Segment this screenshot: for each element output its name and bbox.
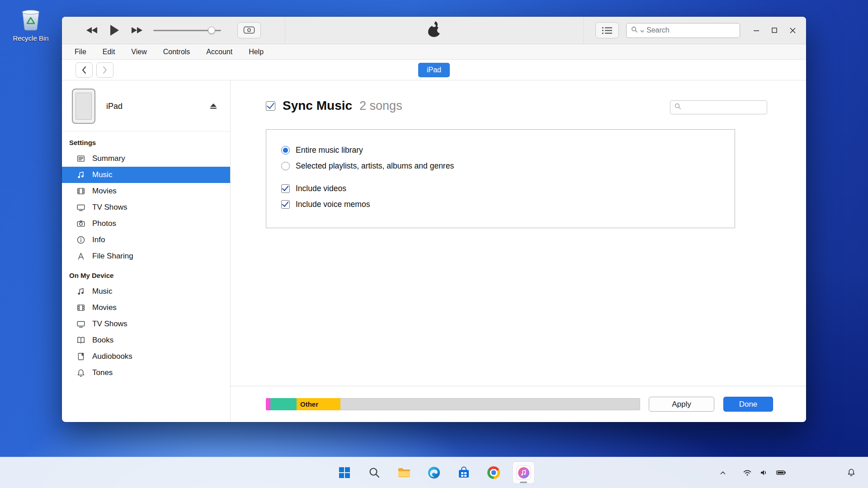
tray-chevron-up-icon[interactable] [718,468,727,477]
checkbox-include-videos[interactable] [281,184,290,193]
ipad-device-icon [72,89,95,124]
search-icon [368,467,380,479]
library-search-input[interactable] [684,103,774,111]
sidebar-item-info[interactable]: Info [62,232,230,248]
checkbox-include-voice-memos[interactable] [281,200,290,209]
sidebar-item-photos[interactable]: Photos [62,216,230,232]
sidebar-item-label: Photos [92,219,116,228]
search-icon [631,26,638,35]
sidebar-item-file-sharing[interactable]: File Sharing [62,248,230,264]
music-note-icon [76,170,85,179]
capacity-segment-free [340,398,640,410]
capacity-segment-apps [270,398,297,410]
library-search-box [670,100,767,114]
back-button[interactable] [75,62,93,78]
start-button[interactable] [334,462,355,483]
apple-logo-icon [427,22,441,38]
sidebar-item-device-music[interactable]: Music [62,283,230,300]
itunes-icon [516,465,531,480]
sidebar-item-tones[interactable]: Tones [62,365,230,381]
itunes-button[interactable] [513,462,534,483]
airplay-button[interactable] [237,22,261,38]
sidebar-item-audiobooks[interactable]: Audiobooks [62,348,230,365]
forward-button[interactable] [96,62,113,78]
edge-button[interactable] [423,462,445,483]
battery-icon[interactable] [776,468,787,478]
microsoft-store-button[interactable] [453,462,475,483]
playback-controls [62,17,285,44]
wifi-icon[interactable] [742,468,752,478]
close-button[interactable] [786,24,799,37]
summary-icon [76,154,85,163]
sidebar-item-music[interactable]: Music [62,167,230,183]
device-row: iPad [62,86,230,131]
minimize-button[interactable] [750,24,763,37]
maximize-button[interactable] [768,24,781,37]
up-next-list-button[interactable] [595,22,619,38]
chrome-button[interactable] [483,462,505,483]
rewind-button[interactable] [85,26,99,35]
sidebar-item-label: Movies [92,303,117,312]
sidebar-item-label: Music [92,170,112,179]
sidebar-item-movies[interactable]: Movies [62,183,230,199]
sync-options-panel: Entire music library Selected playlists,… [266,129,735,228]
film-icon [76,303,85,312]
done-button[interactable]: Done [723,397,773,412]
menu-help[interactable]: Help [248,47,264,57]
titlebar-search-input[interactable] [646,26,740,34]
tv-icon [76,319,85,328]
chevron-down-icon [640,26,644,34]
sync-music-count: 2 songs [359,99,402,113]
eject-button[interactable] [208,102,218,110]
sidebar-item-label: Tones [92,368,113,377]
sidebar-item-summary[interactable]: Summary [62,150,230,167]
file-explorer-button[interactable] [393,462,415,483]
option-entire-library[interactable]: Entire music library [281,142,726,158]
apply-button[interactable]: Apply [649,397,714,412]
menu-controls[interactable]: Controls [162,47,191,57]
tv-icon [76,203,85,212]
device-name: iPad [106,102,123,111]
sidebar-item-label: File Sharing [92,252,133,261]
sidebar-item-label: Music [92,287,112,296]
taskbar [0,457,868,488]
store-icon [458,466,470,479]
volume-icon[interactable] [759,468,769,478]
play-button[interactable] [109,24,120,37]
radio-selected-playlists[interactable] [281,162,290,170]
sidebar-item-label: Books [92,336,113,345]
sync-music-checkbox[interactable] [266,101,275,111]
music-note-icon [76,287,85,296]
menu-view[interactable]: View [130,47,147,57]
desktop: Recycle Bin [0,0,868,488]
window-controls [750,24,799,37]
option-include-videos[interactable]: Include videos [281,181,726,197]
menu-file[interactable]: File [74,47,87,57]
capacity-segment-label: Other [300,400,318,408]
volume-knob[interactable] [208,27,215,34]
sidebar-item-books[interactable]: Books [62,332,230,348]
radio-entire-library[interactable] [281,146,290,155]
option-include-voice-memos[interactable]: Include voice memos [281,197,726,212]
sidebar-item-tv-shows[interactable]: TV Shows [62,199,230,216]
sidebar-item-device-movies[interactable]: Movies [62,300,230,316]
sidebar-item-label: TV Shows [92,319,127,328]
menu-edit[interactable]: Edit [102,47,116,57]
volume-slider[interactable] [153,26,221,35]
sidebar-item-label: Summary [92,154,125,163]
capacity-segment-audio [266,398,270,410]
system-tray [718,457,787,488]
main-panel: Sync Music 2 songs Entire music library [231,80,806,422]
device-selector-button[interactable]: iPad [418,63,450,77]
sidebar-item-label: Movies [92,187,117,196]
recycle-bin-shortcut[interactable]: Recycle Bin [10,6,52,42]
sidebar-item-label: Audiobooks [92,352,132,361]
fast-forward-button[interactable] [130,26,143,35]
notifications-bell-icon[interactable] [846,457,856,488]
option-selected-playlists[interactable]: Selected playlists, artists, albums and … [281,158,726,174]
settings-section-header: Settings [62,131,230,150]
taskbar-search-button[interactable] [363,462,385,483]
sidebar-item-device-tv-shows[interactable]: TV Shows [62,316,230,332]
sidebar: iPad Settings Summary Music Movies [62,80,231,422]
menu-account[interactable]: Account [205,47,233,57]
